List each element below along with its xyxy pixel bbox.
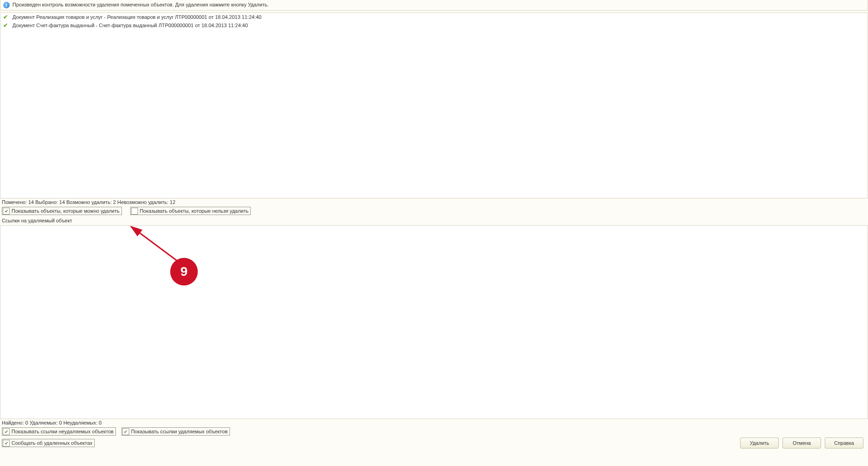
checkbox-label: Показывать ссылки удаляемых объектов — [131, 429, 228, 434]
checkbox-notify-deleted[interactable]: Сообщать об удаленных объектах — [2, 439, 95, 447]
checkbox-icon — [122, 428, 129, 435]
check-icon: ✔ — [3, 14, 10, 20]
links-filter-row: Показывать ссылки неудаляемых объектов П… — [0, 426, 868, 437]
button-row: Удалить Отмена Справка — [740, 437, 866, 449]
checkbox-show-undeletable[interactable]: Показывать объекты, которые нельзя удали… — [130, 207, 251, 215]
button-label: Удалить — [750, 440, 769, 446]
checkbox-icon — [3, 428, 10, 435]
check-icon: ✔ — [3, 22, 10, 29]
checkbox-links-undeletable[interactable]: Показывать ссылки неудаляемых объектов — [2, 427, 116, 436]
delete-button[interactable]: Удалить — [740, 437, 779, 449]
list-item-label: Документ Реализация товаров и услуг - Ре… — [12, 14, 261, 20]
checkbox-label: Показывать объекты, которые можно удалит… — [11, 208, 120, 214]
info-icon: i — [3, 2, 10, 8]
links-list[interactable] — [0, 225, 868, 419]
checkbox-icon — [3, 208, 10, 215]
bottom-bar: Сообщать об удаленных объектах Удалить О… — [0, 437, 868, 449]
list-item[interactable]: ✔ Документ Счет-фактура выданный - Счет-… — [0, 21, 868, 29]
objects-list[interactable]: ✔ Документ Реализация товаров и услуг - … — [0, 12, 868, 198]
links-summary: Найдено: 0 Удаляемых: 0 Неудаляемых: 0 — [0, 419, 868, 426]
checkbox-icon — [3, 440, 10, 447]
checkbox-label: Сообщать об удаленных объектах — [11, 440, 92, 446]
links-header: Ссылки на удаляемый объект — [0, 217, 868, 224]
info-bar: i Произведен контроль возможности удален… — [0, 0, 868, 11]
list-item-label: Документ Счет-фактура выданный - Счет-фа… — [12, 23, 248, 28]
annotation-number: 9 — [180, 264, 188, 279]
help-button[interactable]: Справка — [825, 437, 863, 449]
checkbox-icon — [131, 208, 138, 215]
button-label: Отмена — [793, 440, 811, 446]
checkbox-show-deletable[interactable]: Показывать объекты, которые можно удалит… — [2, 207, 122, 215]
checkbox-links-deletable[interactable]: Показывать ссылки удаляемых объектов — [121, 427, 230, 436]
summary-line: Помечено: 14 Выбрано: 14 Возможно удалит… — [0, 198, 868, 206]
info-message: Произведен контроль возможности удаления… — [12, 2, 269, 7]
annotation-number-badge: 9 — [170, 258, 198, 285]
cancel-button[interactable]: Отмена — [782, 437, 821, 449]
checkbox-label: Показывать объекты, которые нельзя удали… — [140, 208, 249, 214]
checkbox-label: Показывать ссылки неудаляемых объектов — [11, 429, 114, 434]
button-label: Справка — [834, 440, 854, 446]
object-filter-row: Показывать объекты, которые можно удалит… — [0, 206, 868, 216]
list-item[interactable]: ✔ Документ Реализация товаров и услуг - … — [0, 13, 868, 21]
